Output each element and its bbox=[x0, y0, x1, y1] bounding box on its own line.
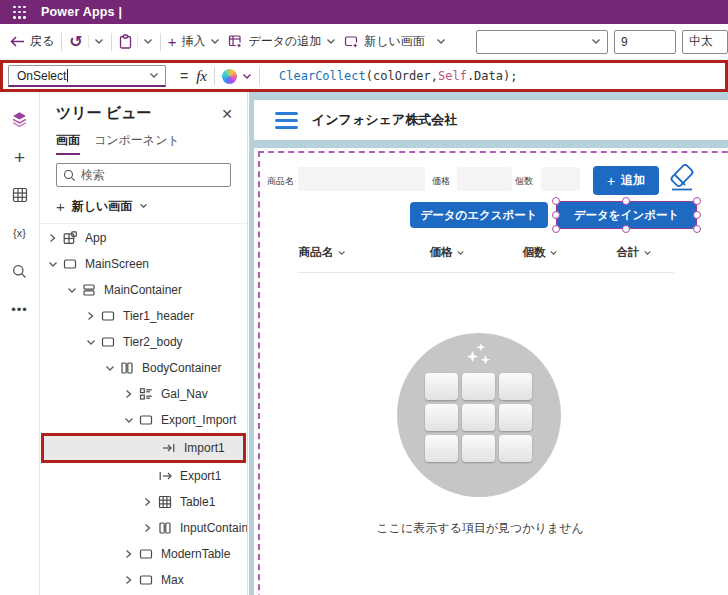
new-screen-button[interactable]: 新しい画面 bbox=[344, 33, 446, 50]
selection-handle[interactable] bbox=[552, 211, 560, 219]
tree-item-app[interactable]: App bbox=[40, 225, 247, 251]
variables-icon: {x} bbox=[13, 227, 26, 239]
close-icon[interactable]: ✕ bbox=[221, 107, 233, 121]
chevron-down-icon bbox=[591, 38, 601, 45]
chevron-right-icon[interactable] bbox=[120, 575, 137, 585]
chevron-right-icon[interactable] bbox=[139, 523, 156, 533]
chevron-right-icon[interactable] bbox=[82, 311, 99, 321]
tab-screens[interactable]: 画面 bbox=[56, 132, 80, 155]
insert-button[interactable]: + 挿入 bbox=[168, 33, 221, 50]
font-weight-field[interactable]: 中太 bbox=[682, 30, 728, 54]
product-name-input[interactable] bbox=[298, 167, 425, 191]
column-header-total[interactable]: 合計 bbox=[617, 245, 652, 260]
new-screen-tree-button[interactable]: + 新しい画面 bbox=[56, 196, 231, 216]
quantity-input[interactable] bbox=[541, 167, 580, 191]
undo-button[interactable]: ↺ bbox=[69, 34, 82, 50]
tree-search-box[interactable] bbox=[56, 163, 231, 187]
formula-divider bbox=[214, 67, 215, 85]
copilot-icon[interactable] bbox=[222, 69, 237, 84]
chevron-down-icon[interactable] bbox=[120, 417, 137, 424]
vertical-container-icon bbox=[80, 283, 98, 297]
tree-item-label: BodyContainer bbox=[142, 361, 221, 375]
back-button[interactable]: 戻る bbox=[10, 33, 54, 50]
chevron-right-icon[interactable] bbox=[120, 389, 137, 399]
undo-dropdown-chevron[interactable] bbox=[94, 38, 104, 45]
add-button[interactable]: + 追加 bbox=[593, 166, 659, 195]
quantity-label: 個数 bbox=[515, 175, 533, 188]
app-screen-body[interactable]: 商品名 価格 個数 + 追加 データのエクスポート データをインポート bbox=[254, 148, 728, 595]
chevron-down-icon[interactable] bbox=[63, 287, 80, 294]
tree-item-maincontainer[interactable]: MainContainer bbox=[40, 277, 247, 303]
selection-handle[interactable] bbox=[552, 197, 560, 205]
tree-item-inputcontainer[interactable]: InputContainer bbox=[40, 515, 247, 541]
column-header-price[interactable]: 価格 bbox=[430, 245, 465, 260]
selection-handle[interactable] bbox=[622, 225, 630, 233]
property-selector-dropdown[interactable]: OnSelect bbox=[8, 65, 166, 87]
formula-input[interactable]: ClearCollect(colOrder,Self.Data); bbox=[279, 69, 517, 83]
selection-handle[interactable] bbox=[622, 197, 630, 205]
tree-item-tier1-header[interactable]: Tier1_header bbox=[40, 303, 247, 329]
selection-handle[interactable] bbox=[693, 211, 701, 219]
tree-item-bodycontainer[interactable]: BodyContainer bbox=[40, 355, 247, 381]
formula-token: ClearCollect bbox=[279, 69, 366, 83]
chevron-down-icon[interactable] bbox=[82, 339, 99, 346]
toolbar-divider bbox=[111, 33, 112, 51]
tree-item-label: Tier1_header bbox=[123, 309, 194, 323]
paste-button[interactable] bbox=[119, 34, 132, 49]
app-screen-header[interactable]: インフォシェア株式会社 bbox=[254, 100, 728, 140]
selection-handle[interactable] bbox=[693, 225, 701, 233]
export-icon bbox=[156, 469, 174, 483]
tree-item-import1[interactable]: Import1 bbox=[41, 433, 246, 463]
app-launcher-icon[interactable] bbox=[13, 6, 26, 19]
more-rail-button[interactable]: ••• bbox=[0, 290, 39, 328]
copilot-dropdown-chevron[interactable] bbox=[242, 73, 252, 80]
column-header-label: 個数 bbox=[523, 245, 546, 260]
tree-item-label: Gal_Nav bbox=[161, 387, 208, 401]
chevron-down-icon[interactable] bbox=[101, 365, 118, 372]
tree-item-max[interactable]: Max bbox=[40, 567, 247, 593]
font-size-field[interactable] bbox=[614, 30, 676, 54]
tree-item-moderntable[interactable]: ModernTable bbox=[40, 541, 247, 567]
new-screen-icon bbox=[344, 35, 359, 49]
insert-rail-button[interactable]: + bbox=[0, 138, 39, 176]
tree-item-label: Max bbox=[161, 573, 184, 587]
chevron-right-icon[interactable] bbox=[44, 233, 61, 243]
chevron-right-icon[interactable] bbox=[120, 549, 137, 559]
insert-label: 挿入 bbox=[181, 33, 205, 50]
add-data-button[interactable]: データの追加 bbox=[228, 33, 336, 50]
eraser-icon[interactable] bbox=[665, 161, 699, 195]
tree-item-export-import[interactable]: Export_Import bbox=[40, 407, 247, 433]
tree-view-rail-button[interactable] bbox=[0, 100, 39, 138]
export-data-button[interactable]: データのエクスポート bbox=[410, 202, 548, 228]
price-input[interactable] bbox=[457, 167, 512, 191]
search-rail-button[interactable] bbox=[0, 252, 39, 290]
tree-item-gal-nav[interactable]: Gal_Nav bbox=[40, 381, 247, 407]
container-rect-icon bbox=[99, 309, 117, 323]
hamburger-menu-icon[interactable] bbox=[275, 112, 298, 129]
tab-components[interactable]: コンポーネント bbox=[94, 132, 180, 155]
toolbar-divider bbox=[61, 33, 62, 51]
selection-handle[interactable] bbox=[693, 197, 701, 205]
new-screen-label: 新しい画面 bbox=[364, 33, 425, 50]
font-family-dropdown[interactable] bbox=[476, 30, 608, 54]
tree-search-input[interactable] bbox=[81, 168, 224, 182]
chevron-down-icon[interactable] bbox=[44, 261, 61, 268]
add-button-label: 追加 bbox=[621, 172, 645, 189]
font-size-input[interactable] bbox=[621, 35, 669, 49]
data-rail-button[interactable] bbox=[0, 176, 39, 214]
chevron-right-icon[interactable] bbox=[139, 497, 156, 507]
sparkles-icon bbox=[463, 341, 499, 371]
design-canvas[interactable]: インフォシェア株式会社 商品名 価格 個数 + 追加 データのエクスポート デー… bbox=[249, 92, 728, 595]
container-rect-icon bbox=[99, 335, 117, 349]
selection-handle[interactable] bbox=[552, 225, 560, 233]
paste-dropdown-chevron[interactable] bbox=[143, 38, 153, 45]
tree-item-table1[interactable]: Table1 bbox=[40, 489, 247, 515]
container-rect-icon bbox=[137, 573, 155, 587]
column-header-qty[interactable]: 個数 bbox=[523, 245, 558, 260]
tree-item-tier2-body[interactable]: Tier2_body bbox=[40, 329, 247, 355]
tree-item-export1[interactable]: Export1 bbox=[40, 463, 247, 489]
import-data-button[interactable]: データをインポート bbox=[557, 202, 696, 228]
tree-item-mainscreen[interactable]: MainScreen bbox=[40, 251, 247, 277]
column-header-name[interactable]: 商品名 bbox=[299, 245, 346, 260]
variables-rail-button[interactable]: {x} bbox=[0, 214, 39, 252]
